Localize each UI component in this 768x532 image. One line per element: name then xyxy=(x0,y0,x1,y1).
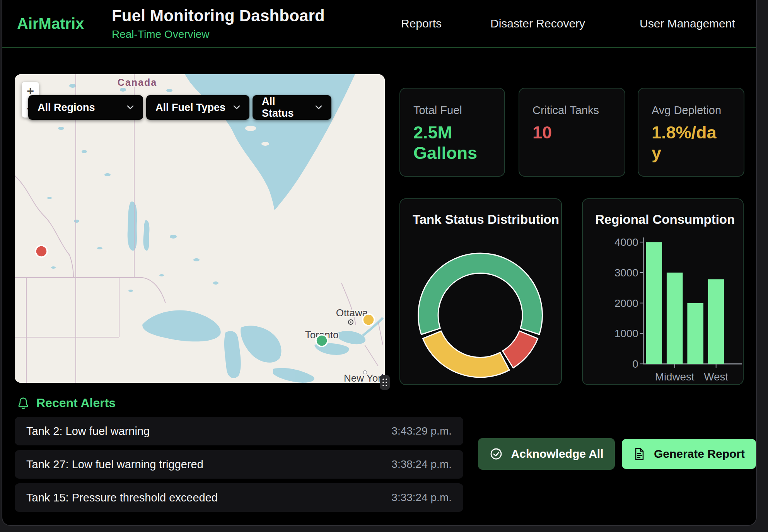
fuel-map[interactable]: Canada Ottawa Toronto New York + − All R… xyxy=(15,74,385,383)
generate-report-button[interactable]: Generate Report xyxy=(622,439,756,469)
map-canvas: Canada Ottawa Toronto New York xyxy=(15,74,385,383)
stat-value: 2.5M Gallons xyxy=(413,122,487,163)
stat-card-avg-depletion: Avg Depletion 1.8%/day xyxy=(638,88,744,177)
map-resize-handle[interactable] xyxy=(380,375,390,390)
donut-segment-critical xyxy=(503,331,538,368)
generate-report-label: Generate Report xyxy=(654,447,745,460)
map-label-new-york: New York xyxy=(344,372,385,383)
donut-segment-warning xyxy=(423,331,509,377)
fuel-type-filter-value: All Fuel Types xyxy=(155,102,225,114)
alert-row: Tank 2: Low fuel warning 3:43:29 p.m. xyxy=(15,417,463,445)
nav-item-user-management[interactable]: User Management xyxy=(640,17,735,30)
brand-logo: AirMatrix xyxy=(17,15,84,32)
title-block: Fuel Monitoring Dashboard Real-Time Over… xyxy=(112,7,325,41)
header: AirMatrix Fuel Monitoring Dashboard Real… xyxy=(2,0,756,48)
stat-label: Critical Tanks xyxy=(532,104,611,117)
status-filter-dropdown[interactable]: All Status xyxy=(253,95,331,120)
recent-alerts-title: Recent Alerts xyxy=(36,396,116,410)
status-filter-value: All Status xyxy=(262,95,308,119)
tank-status-donut-chart xyxy=(400,199,561,384)
stat-card-total-fuel: Total Fuel 2.5M Gallons xyxy=(399,88,505,177)
alert-time: 3:33:24 p.m. xyxy=(391,491,452,504)
fuel-type-filter-dropdown[interactable]: All Fuel Types xyxy=(146,95,249,120)
recent-alerts-heading: Recent Alerts xyxy=(17,396,116,410)
nav-item-disaster-recovery[interactable]: Disaster Recovery xyxy=(490,17,585,30)
dashboard-page: AirMatrix Fuel Monitoring Dashboard Real… xyxy=(0,0,768,532)
report-document-icon xyxy=(633,447,645,460)
nav-item-reports[interactable]: Reports xyxy=(401,17,442,30)
tank-marker-warning[interactable] xyxy=(363,314,374,326)
stat-value: 10 xyxy=(532,122,606,143)
tank-marker-normal[interactable] xyxy=(316,335,328,346)
tank-marker-critical[interactable] xyxy=(36,246,47,257)
stat-value: 1.8%/day xyxy=(652,122,725,163)
bell-icon xyxy=(17,397,29,410)
acknowledge-all-label: Acknowledge All xyxy=(511,447,604,460)
chevron-down-icon xyxy=(233,105,240,110)
alert-time: 3:43:29 p.m. xyxy=(391,425,452,437)
stat-label: Avg Depletion xyxy=(652,104,730,117)
y-tick-label: 4000 xyxy=(614,236,638,248)
bar-2 xyxy=(687,303,703,364)
bar-0 xyxy=(646,242,662,364)
bar-3 xyxy=(708,279,724,364)
regional-consumption-bar-chart: 01000200030004000MidwestWest xyxy=(583,199,743,384)
region-filter-dropdown[interactable]: All Regions xyxy=(28,95,143,120)
stat-label: Total Fuel xyxy=(413,104,491,117)
drag-dots-icon xyxy=(382,378,388,387)
regional-consumption-card: Regional Consumption 01000200030004000Mi… xyxy=(582,198,744,385)
region-filter-value: All Regions xyxy=(38,102,95,114)
map-filters: All Regions All Fuel Types All Status xyxy=(28,95,331,120)
alert-text: Tank 27: Low fuel warning triggered xyxy=(26,458,203,471)
alert-row: Tank 27: Low fuel warning triggered 3:38… xyxy=(15,450,463,479)
chevron-down-icon xyxy=(315,105,322,110)
page-title: Fuel Monitoring Dashboard xyxy=(112,7,325,25)
y-tick-label: 1000 xyxy=(614,327,638,339)
alert-time: 3:38:24 p.m. xyxy=(391,458,452,471)
map-label-canada: Canada xyxy=(118,77,157,88)
chevron-down-icon xyxy=(127,105,134,110)
check-circle-icon xyxy=(490,447,503,460)
bar-1 xyxy=(667,273,683,364)
y-tick-label: 3000 xyxy=(614,267,638,279)
x-tick-label: Midwest xyxy=(655,371,695,383)
stat-card-critical-tanks: Critical Tanks 10 xyxy=(519,88,625,177)
donut-segment-normal xyxy=(418,253,543,334)
tank-status-distribution-card: Tank Status Distribution xyxy=(399,198,562,385)
y-tick-label: 0 xyxy=(632,358,638,370)
alert-text: Tank 2: Low fuel warning xyxy=(26,425,150,438)
acknowledge-all-button[interactable]: Acknowledge All xyxy=(478,438,615,470)
alert-text: Tank 15: Pressure threshold exceeded xyxy=(26,491,218,504)
x-tick-label: West xyxy=(704,371,728,383)
alert-row: Tank 15: Pressure threshold exceeded 3:3… xyxy=(15,483,463,512)
y-tick-label: 2000 xyxy=(614,297,638,309)
page-subtitle: Real-Time Overview xyxy=(112,28,325,41)
